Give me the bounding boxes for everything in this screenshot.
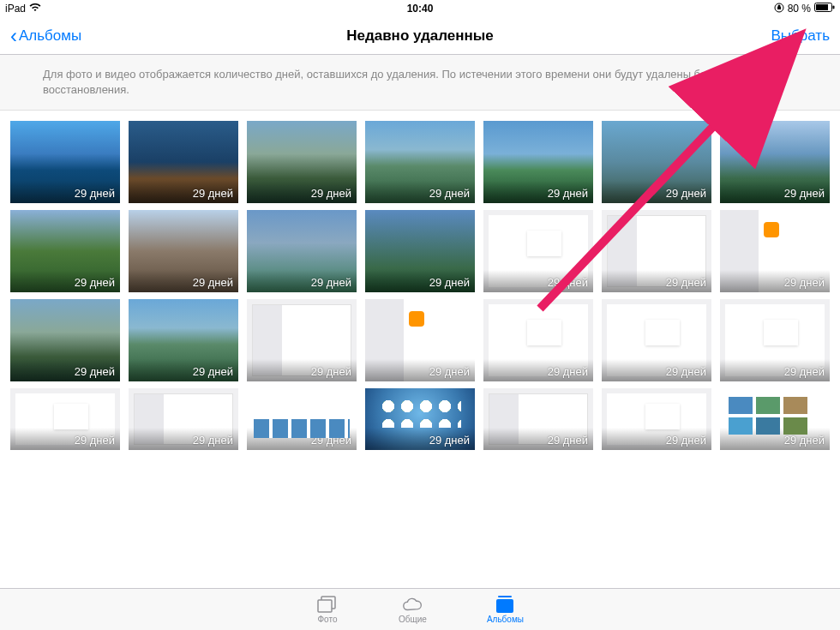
info-banner: Для фото и видео отображается количество… bbox=[0, 55, 840, 111]
photo-thumbnail[interactable]: 29 дней bbox=[483, 388, 593, 450]
photo-thumbnail[interactable]: 29 дней bbox=[10, 121, 120, 203]
orientation-lock-icon bbox=[774, 3, 784, 15]
days-remaining-label: 29 дней bbox=[311, 276, 351, 289]
days-remaining-label: 29 дней bbox=[75, 187, 115, 200]
tab-label: Фото bbox=[318, 615, 338, 624]
photo-thumbnail[interactable]: 29 дней bbox=[129, 210, 238, 292]
days-remaining-label: 29 дней bbox=[429, 434, 470, 447]
svg-rect-6 bbox=[498, 596, 512, 597]
days-remaining-label: 29 дней bbox=[666, 187, 706, 200]
photo-thumbnail[interactable]: 29 дней bbox=[602, 299, 711, 381]
tab-bar: Фото Общие Альбомы bbox=[0, 588, 840, 630]
photo-thumbnail[interactable]: 29 дней bbox=[483, 210, 593, 292]
days-remaining-label: 29 дней bbox=[784, 434, 825, 447]
photo-thumbnail[interactable]: 29 дней bbox=[10, 299, 120, 381]
photo-thumbnail[interactable]: 29 дней bbox=[129, 121, 238, 203]
photo-thumbnail[interactable]: 29 дней bbox=[247, 121, 357, 203]
days-remaining-label: 29 дней bbox=[75, 434, 115, 447]
device-label: iPad bbox=[5, 3, 26, 15]
tab-albums[interactable]: Альбомы bbox=[487, 595, 524, 624]
photo-thumbnail[interactable]: 29 дней bbox=[483, 299, 593, 381]
photos-icon bbox=[316, 595, 339, 614]
days-remaining-label: 29 дней bbox=[784, 187, 825, 200]
status-left: iPad bbox=[5, 3, 41, 15]
photo-thumbnail[interactable]: 29 дней bbox=[10, 210, 120, 292]
battery-percent: 80 % bbox=[788, 3, 811, 15]
tab-photos[interactable]: Фото bbox=[316, 595, 339, 624]
photo-thumbnail[interactable]: 29 дней bbox=[247, 299, 357, 381]
svg-rect-3 bbox=[833, 6, 835, 9]
photo-thumbnail[interactable]: 29 дней bbox=[247, 210, 357, 292]
days-remaining-label: 29 дней bbox=[784, 365, 825, 378]
chevron-left-icon: ‹ bbox=[10, 26, 17, 46]
days-remaining-label: 29 дней bbox=[193, 187, 233, 200]
photo-thumbnail[interactable]: 29 дней bbox=[483, 121, 593, 203]
photo-thumbnail[interactable]: 29 дней bbox=[129, 299, 238, 381]
battery-icon bbox=[814, 3, 835, 15]
photo-grid: 29 дней29 дней29 дней29 дней29 дней29 дн… bbox=[10, 121, 830, 450]
days-remaining-label: 29 дней bbox=[311, 434, 351, 447]
days-remaining-label: 29 дней bbox=[429, 276, 470, 289]
photo-thumbnail[interactable]: 29 дней bbox=[365, 388, 475, 450]
photo-thumbnail[interactable]: 29 дней bbox=[602, 121, 711, 203]
photo-thumbnail[interactable]: 29 дней bbox=[365, 210, 475, 292]
back-button[interactable]: ‹ Альбомы bbox=[10, 26, 81, 46]
days-remaining-label: 29 дней bbox=[75, 276, 115, 289]
days-remaining-label: 29 дней bbox=[666, 276, 706, 289]
photo-thumbnail[interactable]: 29 дней bbox=[365, 121, 475, 203]
albums-icon bbox=[494, 595, 516, 614]
days-remaining-label: 29 дней bbox=[548, 434, 588, 447]
photo-thumbnail[interactable]: 29 дней bbox=[720, 210, 830, 292]
photo-thumbnail[interactable]: 29 дней bbox=[602, 210, 711, 292]
days-remaining-label: 29 дней bbox=[193, 276, 233, 289]
select-button[interactable]: Выбрать bbox=[771, 27, 830, 45]
days-remaining-label: 29 дней bbox=[429, 365, 470, 378]
days-remaining-label: 29 дней bbox=[548, 365, 588, 378]
days-remaining-label: 29 дней bbox=[548, 276, 588, 289]
status-time: 10:40 bbox=[407, 3, 434, 15]
svg-rect-7 bbox=[496, 599, 513, 613]
cloud-icon bbox=[401, 595, 423, 614]
photo-thumbnail[interactable]: 29 дней bbox=[10, 388, 120, 450]
back-label: Альбомы bbox=[19, 27, 81, 45]
status-right: 80 % bbox=[774, 3, 835, 15]
photo-thumbnail[interactable]: 29 дней bbox=[720, 121, 830, 203]
days-remaining-label: 29 дней bbox=[193, 365, 233, 378]
svg-rect-2 bbox=[816, 4, 828, 10]
days-remaining-label: 29 дней bbox=[311, 187, 351, 200]
days-remaining-label: 29 дней bbox=[666, 365, 706, 378]
photo-grid-container: 29 дней29 дней29 дней29 дней29 дней29 дн… bbox=[0, 111, 840, 587]
page-title: Недавно удаленные bbox=[346, 27, 494, 45]
days-remaining-label: 29 дней bbox=[311, 365, 351, 378]
tab-label: Общие bbox=[399, 615, 427, 624]
nav-bar: ‹ Альбомы Недавно удаленные Выбрать bbox=[0, 17, 840, 55]
photo-thumbnail[interactable]: 29 дней bbox=[365, 299, 475, 381]
svg-rect-5 bbox=[318, 600, 332, 612]
tab-shared[interactable]: Общие bbox=[399, 595, 427, 624]
wifi-icon bbox=[29, 3, 41, 15]
photo-thumbnail[interactable]: 29 дней bbox=[247, 388, 357, 450]
photo-thumbnail[interactable]: 29 дней bbox=[720, 388, 830, 450]
photo-thumbnail[interactable]: 29 дней bbox=[720, 299, 830, 381]
days-remaining-label: 29 дней bbox=[429, 187, 470, 200]
tab-label: Альбомы bbox=[487, 615, 524, 624]
days-remaining-label: 29 дней bbox=[75, 365, 115, 378]
status-bar: iPad 10:40 80 % bbox=[0, 0, 840, 17]
days-remaining-label: 29 дней bbox=[548, 187, 588, 200]
days-remaining-label: 29 дней bbox=[666, 434, 706, 447]
days-remaining-label: 29 дней bbox=[784, 276, 825, 289]
photo-thumbnail[interactable]: 29 дней bbox=[602, 388, 711, 450]
photo-thumbnail[interactable]: 29 дней bbox=[129, 388, 238, 450]
days-remaining-label: 29 дней bbox=[193, 434, 233, 447]
